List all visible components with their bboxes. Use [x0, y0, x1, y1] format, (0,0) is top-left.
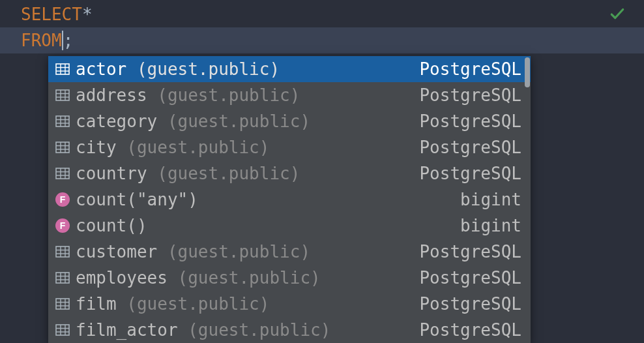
autocomplete-item[interactable]: address (guest.public)PostgreSQL	[48, 82, 531, 108]
code-line-2[interactable]: FROM ;	[0, 27, 644, 53]
item-name: film_actor	[76, 320, 178, 340]
code-text: *	[82, 5, 93, 24]
item-icon-cell	[53, 142, 72, 153]
svg-rect-5	[56, 90, 69, 100]
function-icon: F	[55, 192, 70, 207]
autocomplete-item[interactable]: film_actor (guest.public)PostgreSQL	[48, 317, 531, 343]
item-name: count("any")	[76, 190, 198, 209]
svg-rect-0	[56, 64, 69, 74]
item-type: PostgreSQL	[419, 268, 521, 288]
autocomplete-item[interactable]: film (guest.public)PostgreSQL	[48, 291, 531, 317]
table-icon	[55, 142, 70, 153]
table-icon	[55, 298, 70, 310]
autocomplete-item[interactable]: employees (guest.public)PostgreSQL	[48, 265, 531, 291]
svg-rect-40	[56, 325, 69, 335]
item-icon-cell	[53, 298, 72, 310]
svg-rect-15	[56, 142, 69, 153]
item-type: PostgreSQL	[419, 85, 521, 105]
item-icon-cell	[53, 272, 72, 284]
item-type: PostgreSQL	[419, 138, 521, 157]
item-icon-cell	[53, 89, 72, 101]
svg-rect-35	[56, 299, 69, 309]
item-schema: (guest.public)	[168, 112, 310, 131]
status-ok-icon	[609, 5, 626, 25]
item-type: bigint	[460, 190, 521, 209]
item-name: address	[76, 85, 147, 105]
item-name: country	[76, 164, 147, 183]
item-icon-cell: F	[53, 218, 72, 233]
sql-editor[interactable]: SELECT * FROM ;	[0, 0, 644, 53]
item-schema: (guest.public)	[168, 242, 310, 261]
item-name: category	[76, 112, 157, 131]
table-icon	[55, 63, 70, 75]
item-name: count()	[76, 216, 147, 235]
item-type: PostgreSQL	[419, 294, 521, 314]
svg-rect-10	[56, 116, 69, 127]
function-icon: F	[55, 218, 70, 233]
autocomplete-item[interactable]: actor (guest.public)PostgreSQL	[48, 56, 531, 82]
svg-rect-25	[56, 246, 69, 257]
autocomplete-item[interactable]: city (guest.public)PostgreSQL	[48, 134, 531, 160]
autocomplete-item[interactable]: Fcount()bigint	[48, 213, 531, 239]
scrollbar-thumb[interactable]	[525, 57, 530, 87]
item-type: PostgreSQL	[419, 112, 521, 131]
item-type: PostgreSQL	[419, 320, 521, 340]
item-name: film	[76, 294, 117, 314]
item-icon-cell	[53, 324, 72, 336]
item-schema: (guest.public)	[157, 85, 300, 105]
item-icon-cell	[53, 168, 72, 179]
item-schema: (guest.public)	[137, 59, 280, 79]
autocomplete-item[interactable]: category (guest.public)PostgreSQL	[48, 108, 531, 134]
item-icon-cell: F	[53, 192, 72, 207]
table-icon	[55, 168, 70, 179]
autocomplete-item[interactable]: Fcount("any")bigint	[48, 186, 531, 213]
table-icon	[55, 246, 70, 258]
autocomplete-item[interactable]: country (guest.public)PostgreSQL	[48, 160, 531, 186]
item-type: PostgreSQL	[419, 164, 521, 183]
code-line-1[interactable]: SELECT *	[0, 1, 644, 27]
item-name: employees	[76, 268, 168, 288]
item-schema: (guest.public)	[178, 268, 321, 288]
item-name: city	[76, 138, 117, 157]
svg-rect-20	[56, 168, 69, 179]
keyword-from: FROM	[21, 31, 62, 50]
item-schema: (guest.public)	[126, 294, 269, 314]
item-name: actor	[76, 59, 126, 79]
item-icon-cell	[53, 63, 72, 75]
item-type: bigint	[460, 216, 521, 235]
item-schema: (guest.public)	[188, 320, 330, 340]
autocomplete-list[interactable]: actor (guest.public)PostgreSQLaddress (g…	[48, 56, 531, 343]
autocomplete-popup[interactable]: actor (guest.public)PostgreSQLaddress (g…	[48, 56, 531, 343]
scrollbar-track[interactable]	[524, 56, 531, 343]
table-icon	[55, 324, 70, 336]
table-icon	[55, 272, 70, 284]
keyword-select: SELECT	[21, 5, 82, 24]
item-type: PostgreSQL	[419, 59, 521, 79]
item-type: PostgreSQL	[419, 242, 521, 261]
code-text: ;	[63, 31, 74, 50]
item-icon-cell	[53, 115, 72, 127]
item-schema: (guest.public)	[157, 164, 300, 183]
item-schema: (guest.public)	[126, 138, 269, 157]
svg-rect-30	[56, 273, 69, 283]
autocomplete-item[interactable]: customer (guest.public)PostgreSQL	[48, 239, 531, 265]
item-icon-cell	[53, 246, 72, 258]
item-name: customer	[76, 242, 157, 261]
table-icon	[55, 89, 70, 101]
table-icon	[55, 115, 70, 127]
